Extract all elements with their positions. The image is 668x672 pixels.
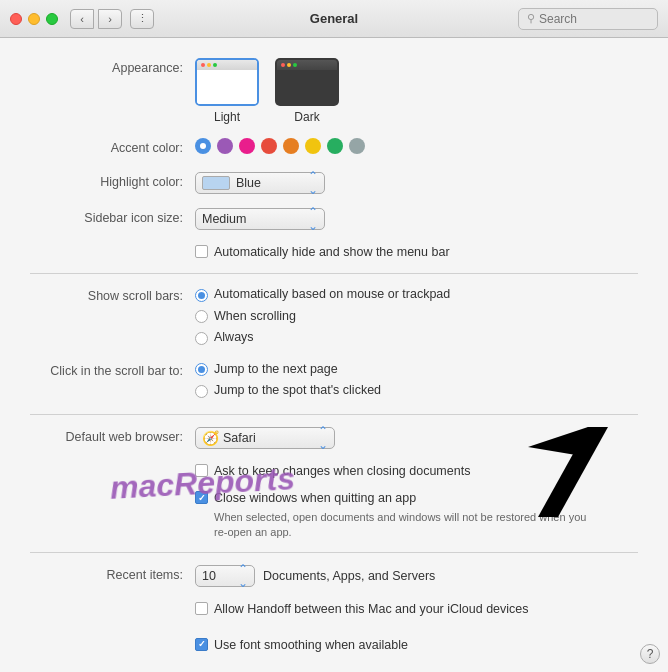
click-scroll-label-spot: Jump to the spot that's clicked [214,382,381,400]
thumb-light-preview [195,58,259,106]
accent-purple[interactable] [217,138,233,154]
recent-items-control: 10 ⌃⌄ Documents, Apps, and Servers [195,565,435,587]
default-web-browser-arrow: ⌃⌄ [318,424,328,452]
auto-hide-menu-bar-label: Automatically hide and show the menu bar [214,244,450,262]
svg-marker-1 [528,427,588,457]
handoff-checkbox[interactable] [195,602,208,615]
scroll-bar-radio-always[interactable] [195,332,208,345]
click-scroll-option-next[interactable]: Jump to the next page [195,361,381,379]
search-input[interactable] [539,12,649,26]
scroll-bar-option-auto[interactable]: Automatically based on mouse or trackpad [195,286,450,304]
default-web-browser-label: Default web browser: [30,427,195,447]
click-scroll-radio-spot[interactable] [195,385,208,398]
maximize-button[interactable] [46,13,58,25]
grid-button[interactable]: ⋮ [130,9,154,29]
accent-blue[interactable] [195,138,211,154]
click-scroll-bar-options: Jump to the next page Jump to the spot t… [195,361,381,400]
accent-colors [195,138,365,154]
highlight-color-dropdown[interactable]: Blue ⌃⌄ [195,172,325,194]
thumb-dark-preview [275,58,339,106]
appearance-label: Appearance: [30,58,195,78]
click-scroll-bar-row: Click in the scroll bar to: Jump to the … [30,361,638,400]
highlight-color-value: Blue [236,176,304,190]
auto-hide-menu-bar-row: Automatically hide and show the menu bar [195,244,638,262]
accent-graphite[interactable] [349,138,365,154]
show-scroll-bars-row: Show scroll bars: Automatically based on… [30,286,638,347]
arrow-overlay [528,417,608,517]
search-bar[interactable]: ⚲ [518,8,658,30]
font-smoothing-row: Use font smoothing when available [195,637,638,655]
close-button[interactable] [10,13,22,25]
default-web-browser-dropdown[interactable]: 🧭 Safari ⌃⌄ [195,427,335,449]
help-button[interactable]: ? [640,644,660,664]
click-scroll-bar-label: Click in the scroll bar to: [30,361,195,381]
sidebar-icon-size-value: Medium [202,212,304,226]
accent-green[interactable] [327,138,343,154]
forward-button[interactable]: › [98,9,122,29]
sidebar-icon-size-row: Sidebar icon size: Medium ⌃⌄ [30,208,638,230]
recent-items-row: Recent items: 10 ⌃⌄ Documents, Apps, and… [30,565,638,587]
highlight-color-label: Highlight color: [30,172,195,192]
scroll-bar-radio-scrolling[interactable] [195,310,208,323]
show-scroll-bars-options: Automatically based on mouse or trackpad… [195,286,450,347]
recent-items-label: Recent items: [30,565,195,585]
recent-items-suffix: Documents, Apps, and Servers [263,568,435,586]
handoff-label: Allow Handoff between this Mac and your … [214,601,529,619]
scroll-bar-radio-auto[interactable] [195,289,208,302]
minimize-button[interactable] [28,13,40,25]
highlight-color-arrow: ⌃⌄ [308,169,318,197]
appearance-light-label: Light [214,110,240,124]
handoff-row: Allow Handoff between this Mac and your … [195,601,638,619]
appearance-dark-label: Dark [294,110,319,124]
sidebar-icon-size-label: Sidebar icon size: [30,208,195,228]
scroll-bar-option-always[interactable]: Always [195,329,450,347]
nav-buttons: ‹ › [70,9,122,29]
accent-pink[interactable] [239,138,255,154]
show-scroll-bars-label: Show scroll bars: [30,286,195,306]
appearance-light[interactable]: Light [195,58,259,124]
back-button[interactable]: ‹ [70,9,94,29]
divider-2 [30,414,638,415]
click-scroll-radio-next[interactable] [195,363,208,376]
search-icon: ⚲ [527,12,535,25]
accent-red[interactable] [261,138,277,154]
scroll-bar-option-scrolling[interactable]: When scrolling [195,308,450,326]
settings-content: Appearance: Light [0,38,668,672]
recent-items-arrow: ⌃⌄ [238,562,248,590]
sidebar-icon-size-arrow: ⌃⌄ [308,205,318,233]
divider-3 [30,552,638,553]
appearance-dark[interactable]: Dark [275,58,339,124]
accent-color-label: Accent color: [30,138,195,158]
scroll-bar-label-auto: Automatically based on mouse or trackpad [214,286,450,304]
window-title: General [310,11,358,26]
divider-1 [30,273,638,274]
scroll-bar-label-scrolling: When scrolling [214,308,296,326]
sidebar-icon-size-dropdown[interactable]: Medium ⌃⌄ [195,208,325,230]
font-smoothing-label: Use font smoothing when available [214,637,408,655]
appearance-row: Appearance: Light [30,58,638,124]
default-web-browser-value: Safari [223,431,314,445]
highlight-color-row: Highlight color: Blue ⌃⌄ [30,172,638,194]
accent-color-row: Accent color: [30,138,638,158]
traffic-lights [10,13,58,25]
click-scroll-label-next: Jump to the next page [214,361,338,379]
click-scroll-option-spot[interactable]: Jump to the spot that's clicked [195,382,381,400]
scroll-bar-label-always: Always [214,329,254,347]
auto-hide-menu-bar-checkbox[interactable] [195,245,208,258]
appearance-options: Light Dark [195,58,339,124]
recent-items-dropdown[interactable]: 10 ⌃⌄ [195,565,255,587]
recent-items-value: 10 [202,569,234,583]
font-smoothing-checkbox[interactable] [195,638,208,651]
accent-yellow[interactable] [305,138,321,154]
accent-orange[interactable] [283,138,299,154]
title-bar: ‹ › ⋮ General ⚲ [0,0,668,38]
